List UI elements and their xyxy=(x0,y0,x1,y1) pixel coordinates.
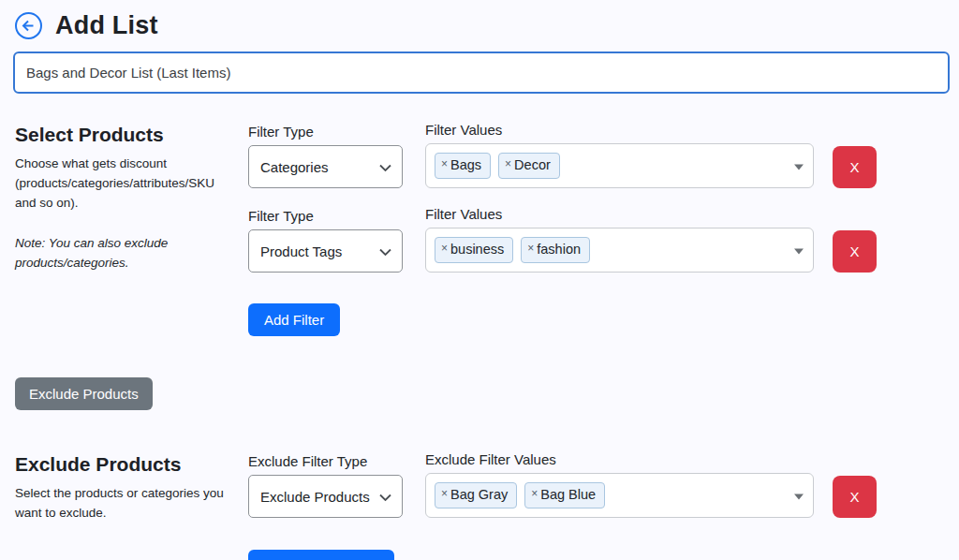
remove-chip-icon[interactable]: × xyxy=(505,157,511,171)
remove-chip-icon[interactable]: × xyxy=(441,157,448,171)
remove-chip-icon[interactable]: × xyxy=(527,242,534,256)
select-products-heading: Select Products xyxy=(15,124,248,146)
remove-chip-icon[interactable]: × xyxy=(441,242,448,256)
remove-exclude-filter-button[interactable]: X xyxy=(833,476,877,518)
back-button[interactable] xyxy=(15,12,42,39)
chevron-down-icon xyxy=(379,159,391,175)
add-exclude-filter-button[interactable]: Add Exclude Filter xyxy=(248,550,394,560)
filter-type-select[interactable]: Product Tags xyxy=(248,229,403,273)
remove-chip-icon[interactable]: × xyxy=(441,487,448,501)
filter-type-label: Filter Type xyxy=(248,124,403,140)
exclude-filter-type-label: Exclude Filter Type xyxy=(248,453,403,469)
remove-chip-icon[interactable]: × xyxy=(531,487,538,501)
select-products-section: Select Products Choose what gets discoun… xyxy=(0,122,959,336)
exclude-filter-row: Exclude Filter Type Exclude Products Exc… xyxy=(248,451,944,518)
filter-type-label: Filter Type xyxy=(248,208,403,224)
exclude-filter-type-select[interactable]: Exclude Products xyxy=(248,475,403,518)
exclude-filter-values-label: Exclude Filter Values xyxy=(425,451,814,467)
add-filter-button[interactable]: Add Filter xyxy=(248,303,340,336)
exclude-products-description: Select the products or categories you wa… xyxy=(15,484,232,523)
dropdown-arrow-icon xyxy=(794,165,804,170)
exclude-filter-type-selected-value: Exclude Products xyxy=(260,489,370,505)
chip-label: Bag Gray xyxy=(450,486,508,503)
chip-label: fashion xyxy=(537,241,581,258)
arrow-left-icon xyxy=(21,18,37,34)
remove-filter-button[interactable]: X xyxy=(833,146,877,188)
chip-label: business xyxy=(450,241,504,258)
filter-type-select[interactable]: Categories xyxy=(248,145,403,188)
dropdown-arrow-icon xyxy=(794,494,804,500)
dropdown-arrow-icon xyxy=(794,249,804,255)
chip-label: Decor xyxy=(514,156,551,173)
filter-values-label: Filter Values xyxy=(425,206,814,222)
selected-value-chip[interactable]: × Bags xyxy=(435,153,491,178)
selected-value-chip[interactable]: × Bag Gray xyxy=(435,482,517,508)
exclude-products-toggle-button[interactable]: Exclude Products xyxy=(15,377,153,410)
page-title: Add List xyxy=(55,11,158,40)
page-header: Add List xyxy=(0,0,959,46)
filter-values-select[interactable]: × business × fashion xyxy=(425,228,814,273)
chip-label: Bags xyxy=(450,156,481,173)
filter-row: Filter Type Categories Filter Values × B… xyxy=(248,122,944,188)
exclude-products-section: Exclude Products Select the products or … xyxy=(0,451,959,560)
select-products-note: Note: You can also exclude products/cate… xyxy=(15,234,221,273)
list-name-input[interactable] xyxy=(13,52,950,94)
selected-value-chip[interactable]: × Decor xyxy=(498,153,560,178)
select-products-info: Select Products Choose what gets discoun… xyxy=(15,122,248,336)
filter-values-select[interactable]: × Bags × Decor xyxy=(425,143,814,188)
filter-type-selected-value: Product Tags xyxy=(260,243,342,259)
filter-values-label: Filter Values xyxy=(425,122,814,138)
selected-value-chip[interactable]: × fashion xyxy=(521,237,590,262)
exclude-products-heading: Exclude Products xyxy=(15,453,248,476)
remove-filter-button[interactable]: X xyxy=(833,230,877,273)
filter-type-selected-value: Categories xyxy=(260,159,329,175)
exclude-filter-values-select[interactable]: × Bag Gray × Bag Blue xyxy=(425,473,814,518)
chevron-down-icon xyxy=(379,243,391,259)
exclude-products-info: Exclude Products Select the products or … xyxy=(15,451,248,560)
list-name-field-wrap xyxy=(0,46,959,94)
select-products-description: Choose what gets discount (products/cate… xyxy=(15,155,232,214)
chevron-down-icon xyxy=(379,489,391,505)
selected-value-chip[interactable]: × business xyxy=(435,237,513,262)
selected-value-chip[interactable]: × Bag Blue xyxy=(524,482,605,508)
filter-row: Filter Type Product Tags Filter Values ×… xyxy=(248,206,944,273)
chip-label: Bag Blue xyxy=(540,486,596,503)
